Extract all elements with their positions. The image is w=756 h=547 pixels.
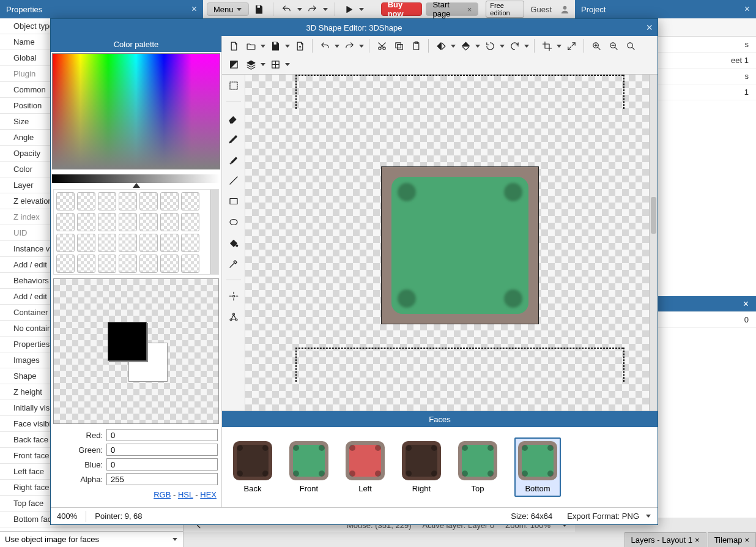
empty-swatch[interactable]	[160, 234, 179, 252]
tab-tilemap[interactable]: Tilemap×	[708, 532, 756, 547]
crop-icon[interactable]	[539, 39, 555, 53]
flip-vertical-icon[interactable]	[458, 39, 473, 53]
face-top[interactable]: Top	[458, 441, 497, 493]
empty-swatch[interactable]	[181, 192, 199, 210]
undo-dropdown[interactable]	[334, 45, 340, 48]
origin-point-icon[interactable]	[225, 289, 242, 303]
empty-swatch[interactable]	[98, 255, 116, 273]
fill-bucket-icon[interactable]	[225, 236, 242, 250]
paste-icon[interactable]	[408, 39, 424, 53]
project-panel-tab[interactable]: Project ×	[575, 0, 756, 18]
close-icon[interactable]: ×	[646, 21, 653, 34]
export-format-dropdown[interactable]	[645, 515, 651, 518]
swatch-list[interactable]	[53, 189, 219, 275]
hex-link[interactable]: HEX	[200, 490, 217, 499]
empty-swatch[interactable]	[181, 234, 199, 252]
blue-input[interactable]	[106, 458, 218, 471]
sprite-frame[interactable]	[381, 166, 539, 324]
empty-swatch[interactable]	[139, 234, 158, 252]
empty-swatch[interactable]	[139, 213, 158, 231]
close-icon[interactable]: ×	[743, 299, 749, 310]
empty-swatch[interactable]	[119, 255, 137, 273]
empty-swatch[interactable]	[160, 213, 179, 231]
redo-icon[interactable]	[341, 39, 357, 53]
zoom-fit-icon[interactable]	[623, 39, 639, 53]
undo-icon[interactable]	[317, 39, 333, 53]
hue-saturation-picker[interactable]	[52, 53, 220, 169]
polygon-points-icon[interactable]	[225, 310, 242, 324]
red-input[interactable]	[106, 429, 218, 441]
empty-swatch[interactable]	[139, 192, 158, 210]
scrollbar-thumb[interactable]	[651, 197, 656, 234]
face-bottom[interactable]: Bottom	[514, 437, 561, 497]
rotate-cw-dropdown[interactable]	[524, 45, 530, 48]
empty-swatch[interactable]	[77, 192, 95, 210]
redo-icon[interactable]	[306, 2, 319, 17]
color-preview[interactable]	[53, 278, 219, 424]
grid-dropdown[interactable]	[284, 63, 291, 66]
empty-swatch[interactable]	[98, 234, 116, 252]
start-page-tab[interactable]: Start page×	[426, 2, 478, 16]
ellipse-icon[interactable]	[225, 215, 242, 229]
empty-swatch[interactable]	[56, 234, 75, 252]
redo-dropdown[interactable]	[323, 8, 328, 11]
close-icon[interactable]: ×	[744, 4, 750, 15]
close-icon[interactable]: ×	[191, 4, 197, 15]
close-icon[interactable]: ×	[467, 5, 472, 14]
canvas[interactable]	[245, 75, 658, 411]
save-icon[interactable]	[253, 2, 266, 17]
alpha-input[interactable]	[106, 473, 218, 485]
empty-swatch[interactable]	[160, 255, 179, 273]
save-dropdown[interactable]	[284, 45, 291, 48]
reload-icon[interactable]	[292, 39, 308, 53]
flip-horizontal-icon[interactable]	[433, 39, 449, 53]
chevron-down-icon[interactable]	[172, 538, 178, 541]
undo-icon[interactable]	[280, 2, 293, 17]
empty-swatch[interactable]	[56, 192, 75, 210]
value-slider[interactable]	[52, 174, 220, 183]
face-right[interactable]: Right	[402, 441, 441, 493]
layers-icon[interactable]	[243, 57, 259, 72]
play-icon[interactable]	[342, 2, 355, 17]
cut-icon[interactable]	[374, 39, 390, 53]
rectangle-icon[interactable]	[225, 194, 242, 209]
flip-v-dropdown[interactable]	[475, 45, 481, 48]
empty-swatch[interactable]	[56, 213, 75, 231]
rotate-ccw-icon[interactable]	[482, 39, 498, 53]
eraser-icon[interactable]	[225, 111, 242, 125]
empty-swatch[interactable]	[119, 192, 137, 210]
empty-swatch[interactable]	[77, 255, 95, 273]
empty-swatch[interactable]	[98, 192, 116, 210]
play-dropdown[interactable]	[359, 8, 364, 11]
empty-swatch[interactable]	[77, 234, 95, 252]
hsl-link[interactable]: HSL	[178, 490, 193, 499]
vertical-scrollbar[interactable]	[649, 75, 658, 411]
empty-swatch[interactable]	[181, 255, 199, 273]
empty-swatch[interactable]	[98, 213, 116, 231]
redo-dropdown[interactable]	[358, 45, 365, 48]
empty-swatch[interactable]	[77, 213, 95, 231]
invert-icon[interactable]	[226, 57, 242, 72]
copy-icon[interactable]	[391, 39, 407, 53]
face-back[interactable]: Back	[233, 441, 272, 493]
line-icon[interactable]	[225, 173, 242, 188]
face-left[interactable]: Left	[346, 441, 385, 493]
close-icon[interactable]: ×	[744, 535, 749, 545]
face-front[interactable]: Front	[289, 441, 328, 493]
pencil-icon[interactable]	[225, 132, 242, 146]
zoom-in-icon[interactable]	[588, 39, 604, 53]
layers-dropdown[interactable]	[260, 63, 266, 66]
marquee-select-icon[interactable]	[225, 78, 242, 93]
modal-titlebar[interactable]: 3D Shape Editor: 3DShape ×	[51, 19, 658, 36]
green-input[interactable]	[106, 444, 218, 456]
flip-h-dropdown[interactable]	[450, 45, 456, 48]
empty-swatch[interactable]	[119, 213, 137, 231]
empty-swatch[interactable]	[181, 213, 199, 231]
properties-panel-tab[interactable]: Properties ×	[0, 0, 203, 18]
open-dropdown[interactable]	[260, 45, 266, 48]
zoom-out-icon[interactable]	[606, 39, 621, 53]
empty-swatch[interactable]	[139, 255, 158, 273]
primary-color-swatch[interactable]	[108, 322, 147, 361]
rotate-cw-icon[interactable]	[506, 39, 522, 53]
eyedropper-icon[interactable]	[225, 256, 242, 271]
